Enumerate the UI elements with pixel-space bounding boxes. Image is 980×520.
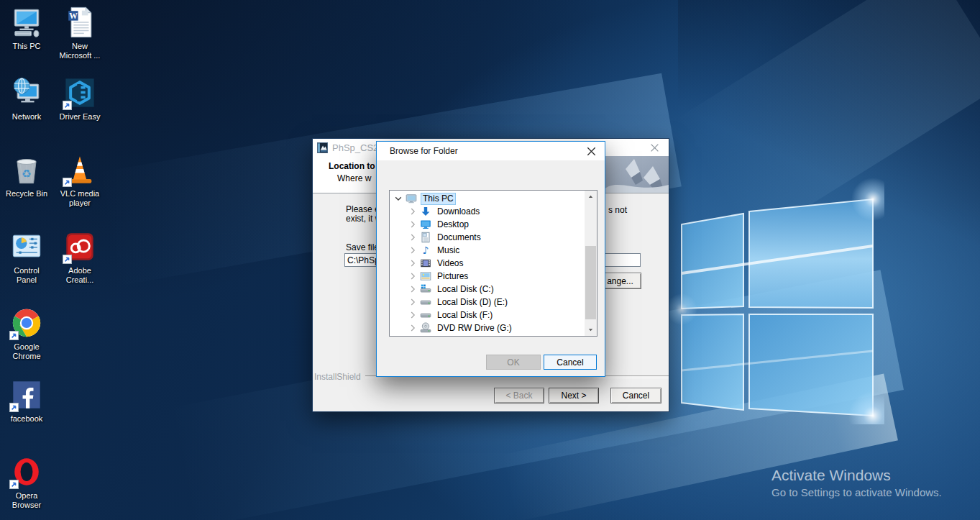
browse-dialog-title: Browse for Folder: [390, 146, 458, 156]
chevron-down-icon[interactable]: [393, 193, 404, 204]
desktop-icon-label: Google Chrome: [0, 342, 53, 361]
documents-icon: [420, 232, 431, 243]
tree-item-local-disk-f[interactable]: Local Disk (F:): [390, 309, 585, 321]
tree-item-this-pc[interactable]: This PC: [390, 192, 585, 205]
disk-os-icon: [420, 283, 431, 295]
installer-subheading: Where w: [337, 173, 371, 183]
desktop-icon-recycle-bin[interactable]: ♻Recycle Bin: [0, 152, 53, 199]
tree-item-videos[interactable]: Videos: [390, 257, 585, 270]
tree-item-label: Local Disk (F:): [435, 310, 495, 321]
dvd-icon: [420, 322, 431, 334]
tree-item-label: DVD RW Drive (G:): [435, 323, 514, 334]
chevron-right-icon[interactable]: [407, 296, 418, 308]
tree-scrollbar[interactable]: [585, 191, 597, 336]
computer-icon: [406, 193, 417, 204]
shortcut-arrow-icon: [63, 254, 72, 263]
desktop-icon-driver-easy[interactable]: Driver Easy: [53, 75, 106, 122]
tree-item-local-disk-c[interactable]: Local Disk (C:): [390, 283, 585, 296]
chevron-right-icon[interactable]: [407, 309, 418, 321]
folder-tree: This PCDownloadsDesktopDocuments♪MusicVi…: [389, 190, 597, 337]
tree-item-label: Pictures: [435, 271, 470, 282]
tree-item-desktop[interactable]: Desktop: [390, 218, 585, 231]
adobe-creative-cloud-icon: [63, 229, 97, 265]
tree-item-dvd-rw-drive-g[interactable]: DVD RW Drive (G:): [390, 321, 585, 334]
browse-dialog-titlebar: Browse for Folder: [377, 142, 605, 160]
chrome-icon: [9, 305, 44, 341]
desktop-icon-control-panel[interactable]: Control Panel: [0, 229, 53, 285]
scrollbar-down-icon[interactable]: [585, 324, 597, 336]
disk-icon: [420, 296, 431, 308]
desktop-icon-label: Adobe Creati...: [53, 266, 106, 285]
scrollbar-up-icon[interactable]: [585, 191, 597, 203]
shortcut-arrow-icon: [9, 402, 19, 411]
desktop-icon-label: New Microsoft ...: [53, 42, 106, 60]
pictures-icon: [420, 270, 431, 282]
desktop-icon-vlc[interactable]: VLC media player: [53, 152, 106, 208]
disk-icon: [420, 309, 431, 321]
desktop-icon-label: Recycle Bin: [0, 189, 53, 199]
browse-close-icon[interactable]: [585, 145, 597, 158]
chevron-right-icon[interactable]: [407, 232, 418, 243]
control-panel-icon: [9, 229, 44, 265]
chevron-right-icon[interactable]: [407, 245, 418, 256]
chevron-right-icon[interactable]: [407, 283, 418, 295]
tree-item-label: Music: [435, 245, 462, 256]
tree-item-label: Downloads: [435, 206, 482, 217]
installshield-banner-image: [604, 156, 669, 193]
shortcut-arrow-icon: [63, 100, 72, 109]
next-button[interactable]: Next >: [549, 388, 599, 403]
tree-item-documents[interactable]: Documents: [390, 231, 585, 244]
svg-text:♪: ♪: [423, 245, 429, 256]
desktop-icon-label: Opera Browser: [0, 491, 53, 510]
tree-item-music[interactable]: ♪Music: [390, 244, 585, 257]
ok-button[interactable]: OK: [486, 355, 541, 370]
browse-cancel-button[interactable]: Cancel: [544, 355, 597, 370]
opera-icon: [9, 454, 44, 490]
chevron-right-icon[interactable]: [407, 219, 418, 230]
chevron-right-icon[interactable]: [407, 206, 418, 217]
tree-item-pictures[interactable]: Pictures: [390, 270, 585, 283]
desktop-icon-label: Control Panel: [0, 266, 53, 285]
installer-close-icon[interactable]: [649, 142, 660, 153]
installshield-setup-icon: [317, 142, 328, 153]
downloads-icon: [420, 206, 431, 217]
facebook-icon: [9, 377, 44, 413]
desktop-icon-label: Driver Easy: [53, 112, 106, 122]
desktop-icon-facebook[interactable]: facebook: [0, 377, 53, 424]
folder-tree-rows: This PCDownloadsDesktopDocuments♪MusicVi…: [390, 192, 585, 334]
desktop-icon-google-chrome[interactable]: Google Chrome: [0, 305, 53, 361]
desktop-icon-adobe-creative-cloud[interactable]: Adobe Creati...: [53, 229, 106, 285]
tree-item-label: Local Disk (C:): [435, 284, 496, 295]
recycle-bin-icon: ♻: [9, 152, 44, 188]
desktop-icon-opera[interactable]: Opera Browser: [0, 454, 53, 510]
shortcut-arrow-icon: [63, 177, 72, 186]
back-button[interactable]: < Back: [494, 388, 544, 403]
word-document-icon: W: [63, 4, 97, 40]
chevron-right-icon[interactable]: [407, 270, 418, 282]
tree-item-downloads[interactable]: Downloads: [390, 205, 585, 218]
installer-cancel-button[interactable]: Cancel: [610, 388, 661, 403]
installshield-brand: InstallShield: [314, 372, 365, 382]
this-pc-icon: [9, 4, 44, 40]
network-icon: [9, 75, 44, 111]
desktop-icon-label: facebook: [0, 414, 53, 424]
chevron-right-icon[interactable]: [407, 257, 418, 269]
desktop-icon-label: VLC media player: [53, 189, 106, 208]
scrollbar-thumb[interactable]: [585, 246, 596, 319]
music-icon: ♪: [420, 245, 431, 256]
desktop-icon-label: This PC: [0, 42, 53, 51]
desktop-icon-label: Network: [0, 112, 53, 122]
desktop-icon-this-pc[interactable]: This PC: [0, 4, 53, 51]
videos-icon: [420, 257, 431, 269]
chevron-right-icon[interactable]: [407, 322, 418, 334]
windows-logo-wallpaper: [647, 165, 884, 424]
desktop-icon-new-microsoft-doc[interactable]: WNew Microsoft ...: [53, 4, 106, 60]
desktop: This PC WNew Microsoft ... Network Drive…: [0, 0, 980, 520]
driver-easy-icon: [63, 75, 97, 111]
tree-item-label: Desktop: [435, 219, 471, 230]
desktop-icon-network[interactable]: Network: [0, 75, 53, 122]
tree-item-local-disk-d-e[interactable]: Local Disk (D) (E:): [390, 296, 585, 309]
desktop-icons: This PC WNew Microsoft ... Network Drive…: [0, 0, 115, 520]
tree-item-label: This PC: [421, 193, 456, 205]
installer-heading: Location to: [329, 161, 375, 171]
